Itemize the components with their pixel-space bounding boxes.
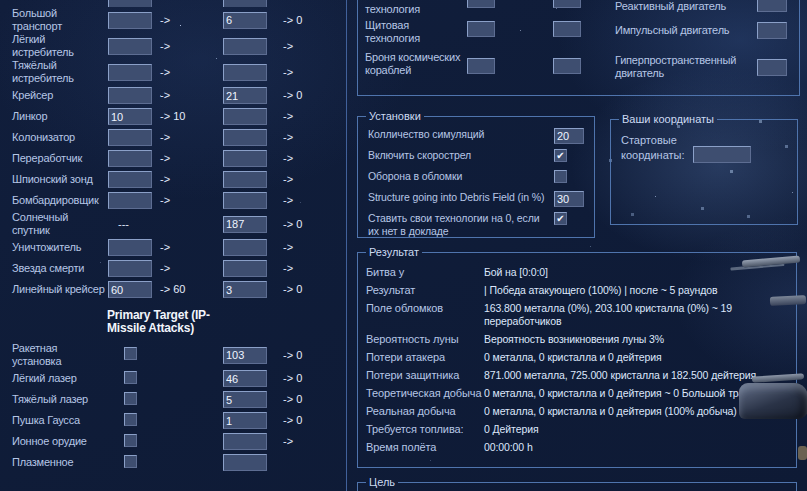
defender-count-input[interactable] [223,38,267,55]
setting-checkbox[interactable]: ✔ [554,149,567,162]
attacker-count-input[interactable] [108,12,152,29]
attacker-count-input[interactable] [108,64,152,81]
result-row: Требуется топлива: 0 Дейтерия [366,423,792,436]
primary-target-checkbox[interactable] [124,455,137,468]
defender-count-cell [223,370,271,387]
setting-label: Колличество симуляций [368,128,554,141]
tech-label-1: технология [365,3,465,16]
ship-name: Уничтожитель [0,241,108,254]
defender-count-input[interactable] [223,454,267,471]
attacker-count-input[interactable] [108,171,152,188]
attacker-count-input[interactable] [108,108,152,125]
defender-count-input[interactable] [223,129,267,146]
result-row-value: 0 Дейтерия [484,423,792,436]
ship-name: Крейсер [0,89,108,102]
defense-row: Пушка Гаусса -> 0 [0,410,346,431]
ship-name: Тяжёлый истребитель [0,59,108,85]
defender-count-input[interactable] [223,370,267,387]
primary-target-cell [108,392,223,408]
defender-count-cell [223,454,271,471]
defender-count-input[interactable] [223,433,267,450]
attacker-result-arrow: -> [156,241,223,254]
primary-target-checkbox[interactable] [124,413,137,426]
attacker-count-input[interactable] [108,150,152,167]
primary-target-checkbox[interactable] [124,392,137,405]
attacker-count-input[interactable] [108,129,152,146]
setting-input[interactable] [554,128,584,144]
attacker-count-input[interactable] [108,192,152,209]
result-row-label: Время полёта [366,441,484,454]
attacker-count-cell: --- [108,218,156,231]
engine-input-1[interactable] [757,0,787,12]
defense-name: Тяжёлый лазер [0,393,108,406]
start-coordinates-input[interactable] [693,146,751,163]
defender-count-cell [223,216,271,233]
engine-input-2[interactable] [757,22,787,39]
defense-name: Пушка Гаусса [0,414,108,427]
result-row: Поле обломков 163.800 металла (0%), 203.… [366,302,792,328]
defender-count-cell [223,391,271,408]
primary-target-checkbox[interactable] [124,434,137,447]
result-row: Реальная добыча 0 металла, 0 кристалла и… [366,405,792,418]
target-panel: Цель [357,476,797,491]
defender-result-arrow: -> [271,194,331,207]
defender-count-input[interactable] [223,0,267,7]
defender-count-input[interactable] [223,412,267,429]
defender-count-input[interactable] [223,87,267,104]
defender-count-input[interactable] [223,391,267,408]
attacker-count-input[interactable] [108,260,152,277]
ship-row: Колонизатор -> -> [0,127,346,148]
attacker-count-input[interactable] [108,239,152,256]
attacker-count-input[interactable] [108,87,152,104]
primary-target-checkbox[interactable] [124,371,137,384]
ship-row: Линейный крейсер -> 60 -> 0 [0,279,346,300]
setting-checkbox[interactable] [554,170,567,183]
tech-defender-input-2[interactable] [553,21,581,37]
defender-count-input[interactable] [223,192,267,209]
defender-count-input[interactable] [223,64,267,81]
defender-count-input[interactable] [223,108,267,125]
result-row-label: Вероятность луны [366,333,484,346]
defender-count-cell [223,12,271,29]
ship-name: Линкор [0,110,108,123]
attacker-count-cell [108,38,156,55]
defender-count-cell [223,108,271,125]
defender-count-input[interactable] [223,347,267,364]
settings-legend: Установки [366,110,424,122]
setting-row: Ставить свои технологии на 0, если их не… [368,212,586,238]
defender-count-input[interactable] [223,260,267,277]
defense-row: Ионное орудие -> [0,431,346,452]
defender-count-input[interactable] [223,150,267,167]
tech-defender-input-1[interactable] [553,0,581,8]
tech-attacker-input-3[interactable] [467,58,495,74]
attacker-result-arrow: -> [156,194,223,207]
ship-row: Лёгкий истребитель -> -> [0,33,346,59]
defender-count-input[interactable] [223,239,267,256]
defender-count-input[interactable] [223,12,267,29]
attacker-count-input[interactable] [108,281,152,298]
primary-target-cell [108,434,223,450]
defender-result-arrow: -> 0 [271,349,331,362]
ship-name: Линейный крейсер [0,283,108,296]
setting-row: Колличество симуляций [368,128,586,149]
result-row-label: Реальная добыча [366,405,484,418]
ship-row: Линкор -> 10 -> [0,106,346,127]
setting-checkbox[interactable]: ✔ [554,212,567,225]
tech-attacker-input-2[interactable] [467,21,495,37]
result-row: Вероятность луны Вероятность возникновен… [366,333,792,346]
setting-row: Оборона в обломки [368,170,586,191]
tech-attacker-input-1[interactable] [467,0,495,8]
defender-count-input[interactable] [223,216,267,233]
tech-defender-input-3[interactable] [553,58,581,74]
setting-input[interactable] [554,191,584,207]
engine-input-3[interactable] [757,59,787,76]
ship-name: Переработчик [0,152,108,165]
defender-count-input[interactable] [223,281,267,298]
primary-target-checkbox[interactable] [124,347,137,360]
defender-count-cell [223,150,271,167]
attacker-count-input[interactable] [108,0,152,7]
defender-count-cell [223,433,271,450]
attacker-count-input[interactable] [108,38,152,55]
defender-count-input[interactable] [223,171,267,188]
ship-row: Звезда смерти -> -> [0,258,346,279]
